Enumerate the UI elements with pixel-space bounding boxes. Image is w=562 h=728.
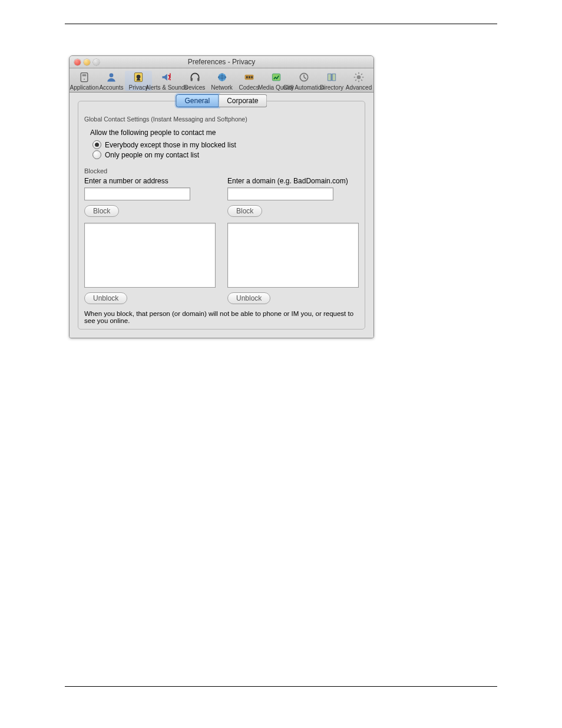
zoom-window-button[interactable] bbox=[93, 59, 100, 65]
tab-general[interactable]: General bbox=[176, 94, 219, 107]
global-contact-settings-label: Global Contact Settings (Instant Messagi… bbox=[84, 116, 359, 123]
svg-rect-6 bbox=[170, 73, 171, 78]
svg-point-2 bbox=[84, 79, 85, 80]
toolbar-item-label: Devices bbox=[184, 84, 206, 91]
svg-point-3 bbox=[110, 73, 114, 77]
globe-icon bbox=[214, 71, 230, 84]
toolbar-item-directory[interactable]: Directory bbox=[318, 71, 345, 91]
toolbar-item-devices[interactable]: Devices bbox=[181, 71, 209, 91]
window-titlebar: Preferences - Privacy bbox=[70, 56, 373, 68]
svg-rect-14 bbox=[249, 76, 250, 78]
svg-rect-0 bbox=[81, 73, 88, 82]
svg-point-18 bbox=[357, 75, 361, 80]
radio-everybody-except-blocked[interactable]: Everybody except those in my blocked lis… bbox=[92, 140, 359, 149]
allow-people-label: Allow the following people to contact me bbox=[90, 129, 359, 137]
tab-corporate[interactable]: Corporate bbox=[219, 94, 267, 107]
toolbar-item-label: Application bbox=[70, 84, 99, 91]
radio-icon bbox=[92, 150, 101, 159]
toolbar-item-accounts[interactable]: Accounts bbox=[98, 71, 125, 91]
svg-rect-16 bbox=[272, 74, 280, 81]
application-icon bbox=[76, 71, 92, 84]
toolbar-item-network[interactable]: Network bbox=[209, 71, 236, 91]
close-window-button[interactable] bbox=[74, 59, 81, 65]
block-domain-column: Enter a domain (e.g. BadDomain.com) Bloc… bbox=[227, 177, 359, 304]
preferences-window: Preferences - Privacy Application Accoun… bbox=[69, 55, 374, 338]
svg-rect-13 bbox=[246, 76, 248, 78]
radio-icon bbox=[92, 140, 101, 149]
alert-icon bbox=[158, 71, 175, 84]
svg-rect-1 bbox=[82, 74, 87, 76]
svg-point-7 bbox=[170, 79, 171, 80]
book-icon bbox=[323, 71, 340, 84]
toolbar-item-call-automation[interactable]: Call Automation bbox=[290, 71, 319, 91]
radio-label: Only people on my contact list bbox=[105, 151, 199, 159]
svg-rect-9 bbox=[197, 78, 199, 81]
blocked-domains-list[interactable] bbox=[227, 223, 359, 288]
gear-icon bbox=[351, 71, 367, 84]
privacy-general-group: General Corporate Global Contact Setting… bbox=[78, 101, 365, 330]
blocked-numbers-list[interactable] bbox=[84, 223, 216, 288]
page-bottom-rule bbox=[65, 686, 497, 687]
toolbar-item-label: Codecs bbox=[239, 84, 259, 91]
page-top-rule bbox=[65, 24, 497, 24]
toolbar-item-label: Directory bbox=[320, 84, 343, 91]
radio-only-contacts[interactable]: Only people on my contact list bbox=[92, 150, 359, 159]
toolbar-item-application[interactable]: Application bbox=[71, 71, 98, 91]
blocked-section-label: Blocked bbox=[84, 167, 359, 174]
domain-field-label: Enter a domain (e.g. BadDomain.com) bbox=[227, 177, 359, 185]
toolbar-item-label: Network bbox=[211, 84, 233, 91]
svg-rect-8 bbox=[190, 78, 192, 81]
svg-rect-15 bbox=[251, 76, 253, 78]
headset-icon bbox=[187, 71, 203, 84]
automation-icon bbox=[296, 71, 312, 84]
minimize-window-button[interactable] bbox=[84, 59, 90, 65]
person-icon bbox=[103, 71, 120, 84]
media-quality-icon bbox=[268, 71, 285, 84]
radio-label: Everybody except those in my blocked lis… bbox=[105, 141, 236, 149]
toolbar-item-label: Accounts bbox=[99, 84, 123, 91]
block-footnote: When you block, that person (or domain) … bbox=[84, 310, 359, 324]
unblock-domain-button[interactable]: Unblock bbox=[227, 292, 270, 304]
number-field-label: Enter a number or address bbox=[84, 177, 216, 185]
domain-input[interactable] bbox=[227, 187, 333, 200]
toolbar-item-label: Advanced bbox=[346, 84, 372, 91]
block-number-column: Enter a number or address Block Unblock bbox=[84, 177, 216, 304]
toolbar-item-alerts-and-sounds[interactable]: Alerts & Sounds bbox=[152, 71, 181, 91]
block-number-button[interactable]: Block bbox=[84, 205, 119, 217]
block-domain-button[interactable]: Block bbox=[227, 205, 262, 217]
number-input[interactable] bbox=[84, 187, 190, 200]
svg-point-5 bbox=[137, 75, 141, 79]
unblock-number-button[interactable]: Unblock bbox=[84, 292, 127, 304]
window-title: Preferences - Privacy bbox=[70, 58, 373, 66]
codecs-icon bbox=[241, 71, 257, 84]
privacy-icon bbox=[130, 71, 147, 84]
preferences-toolbar: Application Accounts Privacy bbox=[70, 68, 373, 93]
toolbar-item-advanced[interactable]: Advanced bbox=[345, 71, 372, 91]
